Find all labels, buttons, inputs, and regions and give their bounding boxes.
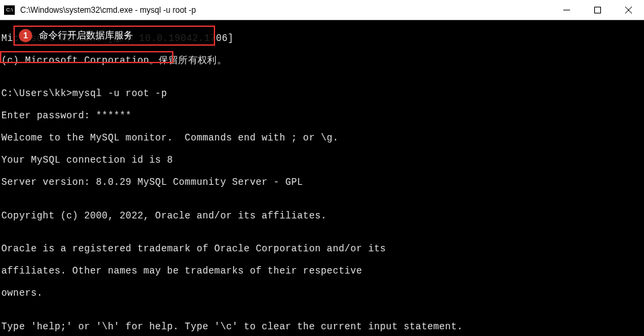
annotation-badge-1: 1: [19, 29, 32, 42]
terminal-line: Your MySQL connection id is 8: [1, 155, 643, 166]
terminal-line: Type 'help;' or '\h' for help. Type '\c'…: [1, 321, 643, 333]
minimize-button[interactable]: [551, 0, 582, 19]
terminal-output[interactable]: Microsoft Windows [版本 10.0.19042.1706] (…: [0, 20, 644, 336]
terminal-line: Copyright (c) 2000, 2022, Oracle and/or …: [1, 210, 643, 222]
annotation-callout-1: 1 命令行开启数据库服务: [13, 26, 215, 46]
annotation-text-1: 命令行开启数据库服务: [39, 30, 133, 42]
svg-rect-1: [595, 7, 601, 13]
terminal-line: Oracle is a registered trademark of Orac…: [1, 243, 643, 255]
window-controls: [551, 0, 644, 19]
terminal-line: C:\Users\kk>mysql -u root -p: [1, 88, 643, 99]
maximize-button[interactable]: [582, 0, 613, 19]
terminal-line: (c) Microsoft Corporation。保留所有权利。: [1, 55, 643, 67]
window-title: C:\Windows\system32\cmd.exe - mysql -u r…: [20, 5, 551, 15]
cmd-icon: C:\: [4, 5, 15, 15]
window-titlebar: C:\ C:\Windows\system32\cmd.exe - mysql …: [0, 0, 644, 20]
terminal-line: Welcome to the MySQL monitor. Commands e…: [1, 132, 643, 144]
close-button[interactable]: [613, 0, 644, 19]
terminal-line: Server version: 8.0.29 MySQL Community S…: [1, 177, 643, 188]
terminal-line: Enter password: ******: [1, 110, 643, 122]
terminal-line: affiliates. Other names may be trademark…: [1, 265, 643, 277]
terminal-line: owners.: [1, 288, 643, 299]
